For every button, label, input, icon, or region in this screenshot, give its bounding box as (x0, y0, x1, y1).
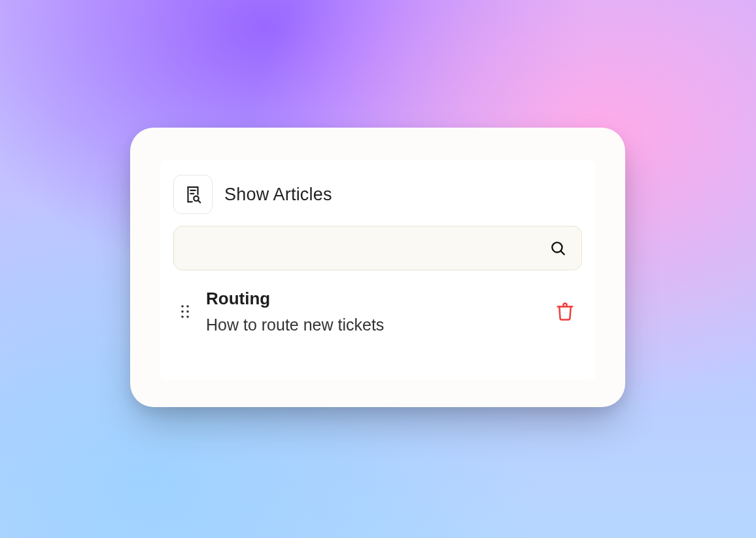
svg-line-3 (198, 200, 201, 203)
search-input[interactable] (174, 226, 581, 270)
article-list: Routing How to route new tickets (160, 270, 595, 341)
list-item-title: Routing (206, 289, 551, 309)
svg-line-5 (561, 251, 564, 255)
svg-point-10 (181, 315, 184, 318)
drag-handle-icon[interactable] (176, 303, 194, 320)
svg-point-7 (186, 305, 189, 308)
list-item-subtitle: How to route new tickets (206, 315, 551, 334)
panel-header: Show Articles (160, 160, 595, 219)
svg-point-11 (186, 315, 189, 318)
svg-point-9 (186, 310, 189, 313)
search-row (160, 219, 595, 270)
svg-point-6 (181, 305, 184, 308)
list-item: Routing How to route new tickets (168, 282, 587, 341)
show-articles-panel: Show Articles (160, 160, 595, 380)
trash-icon (555, 302, 575, 321)
show-articles-card: Show Articles (130, 128, 625, 407)
delete-button[interactable] (551, 297, 579, 326)
search-box[interactable] (173, 226, 582, 270)
svg-point-8 (181, 310, 184, 313)
panel-title: Show Articles (224, 185, 332, 205)
search-icon[interactable] (547, 238, 568, 259)
article-search-icon (173, 175, 213, 214)
list-item-body: Routing How to route new tickets (194, 289, 551, 334)
